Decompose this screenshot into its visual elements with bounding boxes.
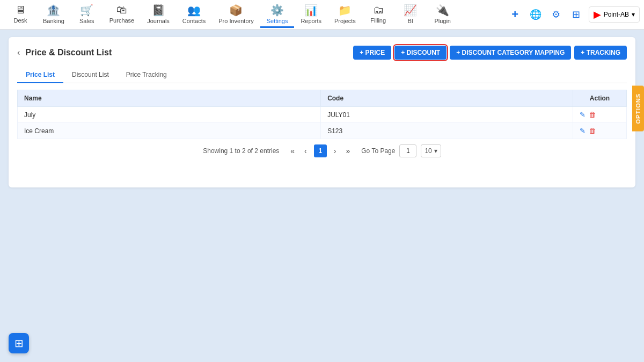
col-name: Name [18,90,321,107]
current-page: 1 [314,144,327,157]
settings-icon: ⚙️ [270,4,284,17]
options-sidebar-label: OPTIONS [635,93,641,124]
cell-action: ✎ 🗑 [573,123,627,139]
nav-label-settings: Settings [267,18,288,24]
banking-icon: 🏦 [47,4,60,17]
pagination: Showing 1 to 2 of 2 entries « ‹ 1 › » Go… [17,139,627,158]
last-page-button[interactable]: » [343,146,353,156]
delete-icon[interactable]: 🗑 [589,111,596,119]
nav-item-projects[interactable]: 📁 Projects [328,2,362,28]
nav-item-bi[interactable]: 📈 BI [394,2,427,28]
nav-label-journals: Journals [147,18,170,24]
youtube-icon: ▶ [594,9,601,20]
delete-icon[interactable]: 🗑 [589,127,596,135]
per-page-dropdown-icon: ▾ [434,147,437,155]
cell-name: Ice Cream [18,123,321,139]
nav-label-sales: Sales [79,18,94,24]
nav-right: + 🌐 ⚙ ⊞ ▶ Point-AB ▾ [507,6,640,23]
grid-icon[interactable]: ⊞ [568,6,584,23]
nav-label-reports: Reports [301,18,321,24]
add-discount-button[interactable]: + DISCOUNT [394,46,447,60]
tab-price-list-label: Price List [26,71,55,78]
filling-icon: 🗂 [373,4,384,16]
card-actions: + PRICE + DISCOUNT + DISCOUNT CATEGORY M… [353,46,627,60]
journals-icon: 📓 [152,4,165,17]
nav-item-reports[interactable]: 📊 Reports [294,2,328,28]
next-page-button[interactable]: › [331,146,339,156]
go-to-page-input[interactable] [399,144,416,157]
gear-icon[interactable]: ⚙ [548,6,564,23]
nav-item-contacts[interactable]: 👥 Contacts [176,2,212,28]
per-page-value: 10 [425,147,431,155]
tab-discount-list-label: Discount List [72,71,109,78]
sales-icon: 🛒 [80,4,93,17]
add-tracking-button[interactable]: + TRACKING [574,46,627,60]
user-dropdown-icon: ▾ [632,11,635,18]
nav-label-desk: Desk [13,17,27,24]
nav-item-purchase[interactable]: 🛍 Purchase [103,2,141,28]
cell-code: JULY01 [321,107,573,123]
edit-icon[interactable]: ✎ [580,111,586,119]
table-header-row: Name Code Action [18,90,627,107]
main-content: ‹ Price & Discount List + PRICE + DISCOU… [0,30,644,195]
nav-label-banking: Banking [43,18,64,24]
plugin-icon: 🔌 [436,4,449,17]
nav-item-desk[interactable]: 🖥 Desk [4,2,36,28]
price-list-table: Name Code Action July JULY01 ✎ 🗑 Ice Cre… [17,90,627,139]
globe-icon[interactable]: 🌐 [528,6,544,23]
nav-item-plugin[interactable]: 🔌 Plugin [427,2,459,28]
options-sidebar[interactable]: OPTIONS [632,86,644,132]
discount-category-mapping-button[interactable]: + DISCOUNT CATEGORY MAPPING [450,46,571,60]
page-title: Price & Discount List [25,48,112,57]
pagination-info: Showing 1 to 2 of 2 entries [203,147,279,155]
bi-icon: 📈 [404,4,417,17]
cell-code: S123 [321,123,573,139]
nav-label-purchase: Purchase [109,17,134,24]
user-label: Point-AB [604,11,629,18]
card-header: ‹ Price & Discount List + PRICE + DISCOU… [17,46,627,60]
tab-discount-list[interactable]: Discount List [63,67,118,83]
price-discount-card: ‹ Price & Discount List + PRICE + DISCOU… [9,37,635,187]
cell-name: July [18,107,321,123]
user-badge[interactable]: ▶ Point-AB ▾ [589,6,640,23]
nav-label-contacts: Contacts [182,18,206,24]
nav-label-bi: BI [408,18,413,24]
topnav: 🖥 Desk 🏦 Banking 🛒 Sales 🛍 Purchase 📓 Jo… [0,0,644,30]
go-to-page-label: Go To Page [361,147,395,155]
col-action: Action [573,90,627,107]
nav-item-settings[interactable]: ⚙️ Settings [260,2,295,28]
pro-inventory-icon: 📦 [229,4,243,17]
purchase-icon: 🛍 [116,4,127,16]
table-row: July JULY01 ✎ 🗑 [18,107,627,123]
nav-label-filling: Filling [370,17,386,24]
tab-price-tracking-label: Price Tracking [126,71,167,78]
add-button[interactable]: + [507,6,523,23]
nav-label-plugin: Plugin [434,18,451,24]
nav-label-pro-inventory: Pro Inventory [218,18,253,24]
first-page-button[interactable]: « [288,146,297,156]
per-page-select[interactable]: 10 ▾ [421,144,441,157]
nav-item-sales[interactable]: 🛒 Sales [71,2,103,28]
nav-item-filling[interactable]: 🗂 Filling [362,2,394,28]
add-price-button[interactable]: + PRICE [353,46,391,60]
prev-page-button[interactable]: ‹ [302,146,310,156]
projects-icon: 📁 [338,4,352,17]
nav-label-projects: Projects [334,18,356,24]
nav-items: 🖥 Desk 🏦 Banking 🛒 Sales 🛍 Purchase 📓 Jo… [4,2,507,28]
back-button[interactable]: ‹ [17,48,20,57]
contacts-icon: 👥 [187,4,201,17]
desk-icon: 🖥 [15,4,26,16]
nav-item-pro-inventory[interactable]: 📦 Pro Inventory [212,2,260,28]
table-row: Ice Cream S123 ✎ 🗑 [18,123,627,139]
edit-icon[interactable]: ✎ [580,127,586,135]
cell-action: ✎ 🗑 [573,107,627,123]
card-title-area: ‹ Price & Discount List [17,48,112,57]
tab-price-list[interactable]: Price List [17,67,63,83]
tabs: Price List Discount List Price Tracking [17,67,627,83]
nav-item-journals[interactable]: 📓 Journals [141,2,176,28]
nav-item-banking[interactable]: 🏦 Banking [36,2,71,28]
reports-icon: 📊 [304,4,318,17]
tab-price-tracking[interactable]: Price Tracking [118,67,175,83]
col-code: Code [321,90,573,107]
